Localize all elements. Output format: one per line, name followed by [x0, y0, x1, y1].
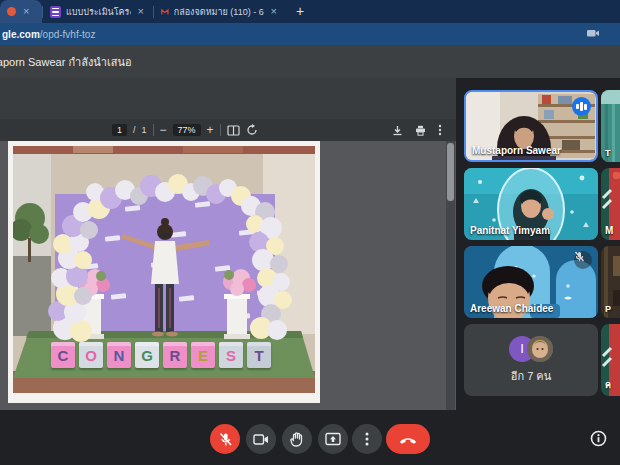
participant-name: Panitnat Yimyam — [470, 225, 550, 236]
toolbar-divider — [220, 124, 221, 136]
end-call-icon — [398, 435, 418, 444]
congrest-letter-block: G — [135, 342, 159, 368]
recording-dot-icon — [7, 7, 16, 16]
toolbar-divider — [153, 124, 154, 136]
partial-participant-label: T — [605, 148, 611, 158]
congrest-letter-block: T — [247, 342, 271, 368]
partial-participant-label: P — [605, 304, 611, 314]
more-options-button[interactable] — [352, 424, 382, 454]
camera-icon — [253, 433, 269, 446]
presenting-banner: Mustaporn Sawear กำลังนำเสนอ — [0, 45, 620, 78]
pdf-toolbar: 1 / 1 − 77% + — [0, 119, 456, 141]
congrest-letter-block: E — [191, 342, 215, 368]
camera-in-use-icon[interactable] — [586, 27, 600, 39]
raise-hand-icon — [290, 432, 304, 447]
tab-close-icon[interactable]: × — [21, 5, 31, 18]
pdf-page-input[interactable]: 1 — [112, 124, 127, 136]
google-forms-icon — [50, 6, 61, 18]
pdf-scrollbar[interactable] — [446, 141, 455, 410]
congrest-letter-row: CONGREST — [51, 342, 271, 368]
page-url: gle.com/opd-fvhf-toz — [2, 29, 95, 40]
avatar-group: I — [509, 336, 553, 362]
present-button[interactable] — [318, 424, 348, 454]
participant-tile-mustaporn[interactable]: Mustaporn Sawear — [464, 90, 598, 162]
congrest-letter-block: O — [79, 342, 103, 368]
mic-off-icon — [218, 432, 233, 447]
participant-name: Areewan Chaidee — [470, 303, 553, 314]
zoom-in-button[interactable]: + — [207, 123, 214, 137]
camera-button[interactable] — [246, 424, 276, 454]
fit-page-icon[interactable] — [227, 125, 240, 136]
partial-participant-label: ค — [605, 378, 611, 392]
pdf-page: CONGREST — [8, 141, 320, 403]
new-tab-button[interactable]: + — [296, 3, 304, 19]
shared-screen: 1 / 1 − 77% + — [0, 78, 456, 410]
meet-window: × แบบประเมินโครงการสัมมนาคณะกรรม × กล่อง… — [0, 0, 620, 465]
partial-tile-3[interactable]: P — [601, 246, 620, 318]
more-participants-label: อีก 7 คน — [511, 367, 551, 385]
more-participants-tile[interactable]: I อีก 7 คน — [464, 324, 598, 396]
raise-hand-button[interactable] — [282, 424, 312, 454]
participant-tile-areewan[interactable]: Areewan Chaidee — [464, 246, 598, 318]
slide-photo: CONGREST — [13, 146, 315, 393]
print-icon[interactable] — [415, 125, 426, 136]
more-options-icon[interactable] — [438, 124, 442, 136]
present-screen-icon — [325, 432, 341, 446]
info-icon — [590, 430, 607, 447]
tab-close-icon[interactable]: × — [136, 5, 146, 18]
more-vert-icon — [365, 432, 369, 446]
audio-speaking-indicator — [572, 97, 591, 116]
tab-close-icon[interactable]: × — [269, 5, 279, 18]
congrest-letter-block: N — [107, 342, 131, 368]
partial-tile-1[interactable]: T — [601, 90, 620, 162]
congrest-letter-block: S — [219, 342, 243, 368]
participant-tile-panitnat[interactable]: Panitnat Yimyam — [464, 168, 598, 240]
meeting-details-button[interactable] — [588, 428, 608, 448]
avatar-photo — [527, 336, 553, 362]
congrest-letter-block: C — [51, 342, 75, 368]
tab-gmail[interactable]: กล่องจดหมาย (110) - 63410120@g × — [154, 0, 286, 23]
pdf-zoom-level: 77% — [173, 124, 201, 136]
download-icon[interactable] — [392, 125, 403, 136]
mic-mute-button[interactable] — [210, 424, 240, 454]
gmail-icon — [161, 7, 169, 17]
congrest-letter-block: R — [163, 342, 187, 368]
pdf-scrollbar-thumb[interactable] — [447, 143, 454, 201]
tab-forms[interactable]: แบบประเมินโครงการสัมมนาคณะกรรม × — [43, 0, 153, 23]
rotate-icon[interactable] — [246, 124, 258, 136]
pdf-page-total: 1 — [142, 125, 147, 135]
zoom-out-button[interactable]: − — [160, 123, 167, 137]
pdf-page-divider: / — [133, 125, 136, 135]
url-domain: gle.com — [2, 29, 40, 40]
tab-meet-active[interactable]: × — [0, 0, 42, 23]
browser-tab-bar: × แบบประเมินโครงการสัมมนาคณะกรรม × กล่อง… — [0, 0, 620, 23]
tab-title: แบบประเมินโครงการสัมมนาคณะกรรม — [66, 5, 131, 19]
pdf-view-area: CONGREST — [0, 141, 456, 410]
partial-tile-2[interactable]: M — [601, 168, 620, 240]
tab-title: กล่องจดหมาย (110) - 63410120@g — [174, 5, 264, 19]
participant-name: Mustaporn Sawear — [472, 145, 561, 156]
partial-participant-label: M — [605, 225, 613, 236]
mic-muted-indicator — [574, 251, 592, 269]
partial-tile-4[interactable]: ค — [601, 324, 620, 396]
presenting-text: Mustaporn Sawear กำลังนำเสนอ — [0, 53, 132, 71]
address-bar[interactable]: gle.com/opd-fvhf-toz — [0, 23, 620, 45]
end-call-button[interactable] — [386, 424, 430, 454]
url-path: /opd-fvhf-toz — [40, 29, 96, 40]
